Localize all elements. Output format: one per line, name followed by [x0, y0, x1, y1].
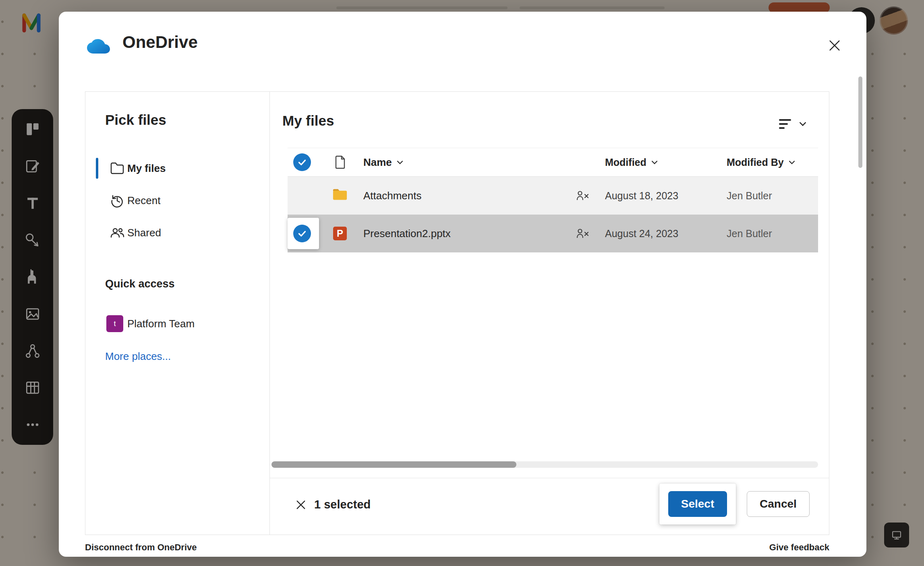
view-options-button[interactable] — [764, 114, 806, 134]
team-label: Platform Team — [127, 318, 195, 330]
dialog-title: OneDrive — [122, 33, 198, 52]
quick-access-heading: Quick access — [105, 278, 175, 290]
chevron-down-icon — [789, 160, 795, 164]
clear-selection-icon[interactable] — [293, 497, 309, 512]
folder-icon — [110, 161, 125, 176]
modified-by: Jen Butler — [727, 228, 772, 240]
nav-item-my-files[interactable]: My files — [85, 152, 269, 184]
share-status-icon — [576, 227, 590, 240]
column-label: Name — [363, 156, 392, 169]
document-type-icon — [332, 155, 348, 170]
checked-circle-icon — [293, 153, 311, 171]
table-header-row: Name Modified Modified By — [288, 148, 818, 177]
files-table: Name Modified Modified By — [288, 148, 818, 252]
onedrive-picker-dialog: OneDrive Pick files My files — [59, 12, 866, 557]
svg-text:P: P — [337, 228, 343, 239]
column-header-modified[interactable]: Modified — [605, 157, 658, 168]
more-places-link[interactable]: More places... — [105, 348, 171, 365]
modified-date: August 18, 2023 — [605, 190, 678, 202]
modified-by: Jen Butler — [727, 190, 772, 202]
file-row-presentation2[interactable]: P Presentation2.pptx August 24, 2023 Jen… — [288, 215, 818, 252]
files-pane: My files — [270, 92, 829, 535]
nav-label: Shared — [127, 227, 161, 239]
column-header-name[interactable]: Name — [363, 156, 403, 169]
nav-item-recent[interactable]: Recent — [85, 184, 269, 217]
column-label: Modified By — [727, 157, 784, 168]
chevron-down-icon — [651, 160, 658, 164]
vertical-scrollbar-thumb[interactable] — [858, 76, 862, 168]
folder-icon — [332, 188, 348, 203]
nav-item-shared[interactable]: Shared — [85, 217, 269, 249]
picker-footer: 1 selected Select Cancel — [270, 478, 829, 535]
modified-date: August 24, 2023 — [605, 228, 678, 240]
files-heading: My files — [282, 113, 334, 129]
selection-count: 1 selected — [314, 498, 371, 511]
row-checkbox[interactable] — [293, 225, 311, 242]
clock-icon — [110, 193, 125, 208]
file-row-attachments[interactable]: Attachments August 18, 2023 Jen Butler — [288, 177, 818, 215]
onedrive-logo-icon — [85, 35, 117, 55]
picker-content: Pick files My files Rec — [85, 91, 829, 535]
nav-label: My files — [127, 162, 166, 175]
selected-indicator — [96, 158, 98, 179]
column-header-modified-by[interactable]: Modified By — [727, 157, 795, 168]
nav-label: Recent — [127, 194, 160, 207]
cancel-button[interactable]: Cancel — [747, 491, 810, 517]
powerpoint-icon: P — [332, 226, 348, 241]
chevron-down-icon — [799, 122, 806, 126]
people-icon — [110, 225, 125, 240]
scrollbar-thumb[interactable] — [271, 461, 516, 468]
pick-files-pane: Pick files My files Rec — [85, 92, 270, 535]
team-tile: t — [106, 315, 123, 332]
column-label: Modified — [605, 157, 646, 168]
file-name: Presentation2.pptx — [363, 227, 451, 240]
team-initial: t — [114, 320, 116, 328]
source-nav: My files Recent — [85, 152, 269, 249]
share-status-icon — [576, 190, 590, 202]
horizontal-scrollbar[interactable] — [271, 461, 818, 468]
file-name: Attachments — [363, 190, 422, 202]
select-all-checkbox[interactable] — [293, 153, 311, 171]
pick-files-heading: Pick files — [105, 112, 166, 128]
chevron-down-icon — [397, 160, 403, 164]
close-icon[interactable] — [823, 34, 846, 57]
disconnect-link[interactable]: Disconnect from OneDrive — [85, 542, 197, 553]
list-view-icon — [779, 119, 793, 129]
give-feedback-link[interactable]: Give feedback — [769, 542, 829, 553]
select-button[interactable]: Select — [668, 491, 727, 517]
checked-circle-icon — [293, 225, 311, 242]
quick-access-platform-team[interactable]: t Platform Team — [85, 312, 269, 336]
